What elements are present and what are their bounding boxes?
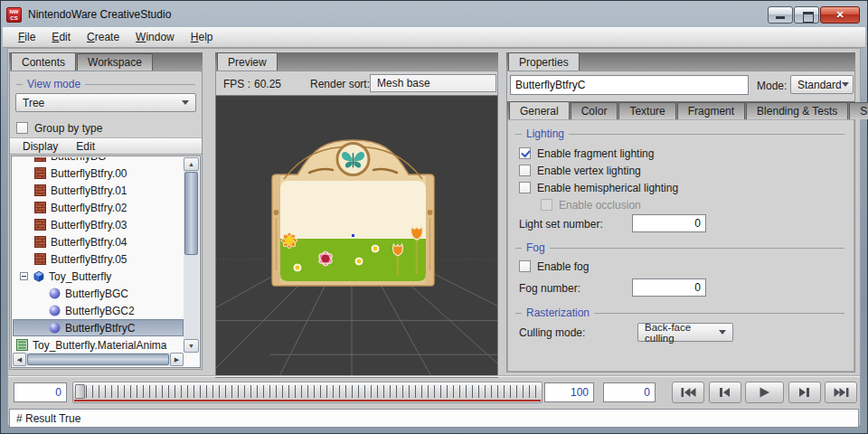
mode-dropdown[interactable]: Standard [790, 75, 854, 94]
mode-label: Mode: [757, 80, 787, 92]
property-tab-fragment[interactable]: Fragment [677, 102, 745, 119]
tree-item-butterflybtfryc[interactable]: ButterflyBtfryC [13, 319, 184, 336]
tree-item-label: ButterflyBG [51, 157, 106, 163]
view-mode-dropdown[interactable]: Tree [15, 93, 196, 112]
maximize-button[interactable] [794, 6, 819, 24]
checkbox-icon[interactable] [519, 182, 531, 193]
horizontal-scroll-thumb[interactable] [27, 354, 169, 365]
tree-item-label: ButterflyBtfry.05 [51, 253, 127, 266]
go-to-end-button[interactable] [825, 382, 857, 403]
texture-icon [34, 219, 46, 231]
tree-item-label: ButterflyBtfry.02 [51, 202, 127, 214]
scroll-left-icon[interactable]: ◀ [13, 353, 26, 366]
checkbox-icon[interactable] [519, 165, 531, 176]
slider-ticks [86, 385, 540, 398]
fog-group-title: Fog [515, 241, 844, 254]
enable-hemispherical-lighting-checkbox[interactable]: Enable hemispherical lighting [519, 179, 844, 196]
material-anim-icon [16, 339, 28, 351]
properties-tab-properties[interactable]: Properties [508, 52, 580, 71]
tree-item-butterflybg[interactable]: ButterflyBG [13, 157, 184, 165]
frame-end-input[interactable] [544, 382, 594, 402]
title-bar[interactable]: NWCS NintendoWare CreativeStudio [2, 2, 866, 27]
property-tab-blending-tests[interactable]: Blending & Tests [746, 102, 848, 119]
close-button[interactable] [820, 6, 860, 24]
app-window: NWCS NintendoWare CreativeStudio FileEdi… [0, 0, 868, 434]
checkbox-icon[interactable] [16, 122, 28, 134]
minimize-button[interactable] [768, 6, 793, 24]
chevron-down-icon [842, 82, 849, 87]
step-forward-icon [795, 387, 814, 398]
menu-window[interactable]: Window [127, 28, 183, 46]
go-to-start-button[interactable] [672, 382, 704, 403]
tree-toolbar: DisplayEdit [10, 137, 202, 155]
preview-tab-preview[interactable]: Preview [217, 52, 278, 71]
scroll-right-icon[interactable]: ▶ [170, 353, 184, 366]
contents-tab-workspace[interactable]: Workspace [77, 53, 153, 71]
tree-horizontal-scrollbar[interactable]: ◀ ▶ [13, 353, 184, 366]
fog-number-input[interactable] [632, 278, 706, 297]
checkbox-icon[interactable] [519, 147, 531, 159]
properties-panel: Mode: Standard GeneralColorTextureFragme… [506, 71, 855, 373]
step-backward-button[interactable] [709, 382, 741, 403]
material-sphere-icon [49, 288, 61, 299]
tree-vertical-scrollbar[interactable]: ▲ ▼ [184, 157, 199, 353]
app-logo-icon: NWCS [6, 7, 22, 23]
preview-toolbar: FPS : 60.25 Render sort: Mesh base [215, 71, 498, 95]
play-button[interactable] [745, 382, 784, 403]
current-frame-input[interactable] [603, 382, 656, 402]
menu-file[interactable]: File [10, 28, 43, 46]
render-sort-field[interactable]: Mesh base [370, 74, 496, 92]
checkbox-icon[interactable] [519, 260, 531, 272]
menu-edit[interactable]: Edit [43, 28, 79, 46]
tree-item-butterflybtfry-04[interactable]: ButterflyBtfry.04 [13, 233, 184, 250]
light-set-number-input[interactable] [632, 214, 706, 232]
frame-start-input[interactable] [14, 382, 67, 402]
checkbox-icon [541, 199, 552, 211]
collapse-icon[interactable] [20, 272, 28, 280]
menu-help[interactable]: Help [183, 28, 222, 46]
step-forward-button[interactable] [788, 382, 821, 403]
slider-handle[interactable] [75, 384, 85, 399]
tree-menu-display[interactable]: Display [15, 138, 65, 155]
timeline-slider[interactable] [72, 382, 542, 403]
tree-item-label: ButterflyBtfry.04 [51, 236, 127, 249]
scroll-down-icon[interactable]: ▼ [184, 339, 199, 353]
texture-icon [34, 253, 46, 265]
property-tab-color[interactable]: Color [571, 102, 618, 119]
group-by-type-checkbox[interactable]: Group by type [16, 119, 102, 137]
property-tab-texture[interactable]: Texture [618, 102, 675, 119]
property-tab-shaders[interactable]: Shaders [849, 102, 868, 119]
tree-item-toy-butterfly[interactable]: Toy_Butterfly [13, 268, 184, 285]
tree-item-label: Toy_Butterfly [49, 270, 111, 283]
menu-create[interactable]: Create [79, 28, 127, 46]
rasterization-group-title: Rasterization [515, 307, 844, 319]
property-tab-general[interactable]: General [509, 101, 570, 119]
scroll-up-icon[interactable]: ▲ [184, 157, 199, 171]
vertical-scroll-thumb[interactable] [184, 172, 198, 255]
tree-item-label: ButterflyBGC2 [65, 305, 135, 317]
general-tab-content: Lighting Enable fragment lightingEnable … [507, 119, 854, 372]
tree-item-butterflybtfry-05[interactable]: ButterflyBtfry.05 [13, 250, 184, 268]
step-backward-icon [715, 387, 734, 398]
contents-tab-contents[interactable]: Contents [11, 52, 76, 71]
go-to-end-icon [832, 387, 851, 398]
texture-icon [34, 167, 46, 179]
light-set-number-label: Light set number: [519, 218, 603, 231]
culling-mode-dropdown[interactable]: Back-face culling [637, 323, 733, 342]
enable-fragment-lighting-checkbox[interactable]: Enable fragment lighting [519, 145, 844, 162]
tree-item-butterflybtfry-00[interactable]: ButterflyBtfry.00 [13, 165, 184, 182]
properties-tabstrip: Properties [506, 52, 855, 71]
tree-menu-edit[interactable]: Edit [69, 138, 102, 155]
tree-item-butterflybtfry-02[interactable]: ButterflyBtfry.02 [13, 199, 184, 216]
daisy-flower [281, 232, 297, 249]
tree-item-butterflybtfry-03[interactable]: ButterflyBtfry.03 [13, 216, 184, 233]
preview-viewport[interactable] [215, 95, 498, 378]
tree-item-butterflybgc2[interactable]: ButterflyBGC2 [13, 302, 184, 319]
tree-item-butterflybtfry-01[interactable]: ButterflyBtfry.01 [13, 182, 184, 199]
enable-fog-checkbox[interactable]: Enable fog [519, 258, 589, 275]
material-name-field[interactable] [510, 75, 749, 95]
enable-vertex-lighting-checkbox[interactable]: Enable vertex lighting [519, 162, 844, 179]
tree-item-label: ButterflyBGC [65, 288, 128, 300]
tree-item-toy-butterfly-materialanima[interactable]: Toy_Butterfly.MaterialAnima [13, 336, 184, 353]
tree-item-butterflybgc[interactable]: ButterflyBGC [13, 285, 184, 302]
